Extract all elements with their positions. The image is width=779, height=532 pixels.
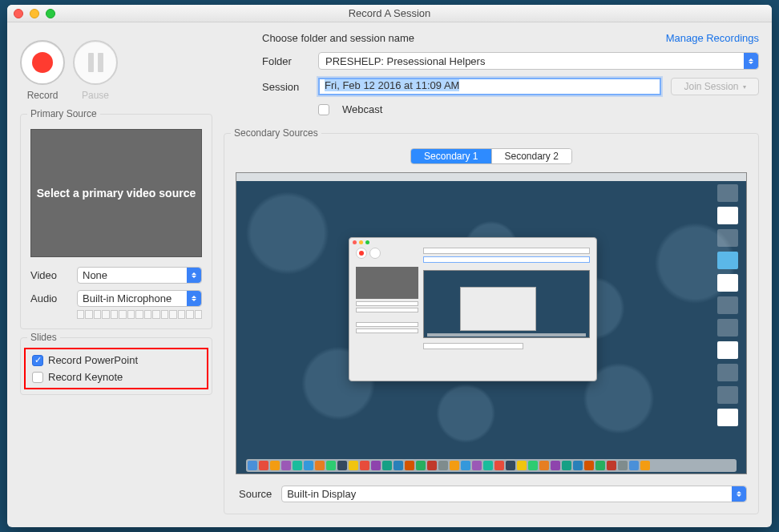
preview-menubar [236,173,746,181]
record-button[interactable] [20,40,65,85]
source-value: Built-in Display [287,488,356,500]
record-controls: Record Pause [20,32,212,106]
primary-source-group: Primary Source Select a primary video so… [20,114,212,329]
instruction-label: Choose folder and session name [262,32,414,44]
webcast-checkbox[interactable] [318,104,329,115]
session-input[interactable]: Fri, Feb 12 2016 at 11:09 AM [318,78,661,95]
video-label: Video [30,269,69,281]
record-powerpoint-checkbox[interactable] [32,355,43,366]
video-select[interactable]: None [77,267,202,284]
join-session-label: Join Session [684,81,738,92]
record-keynote-label: Record Keynote [48,371,123,383]
chevron-updown-icon [187,291,201,306]
preview-desktop-icons [717,184,743,462]
secondary-preview [236,172,747,474]
chevron-updown-icon [187,268,201,283]
secondary-sources-group: Secondary Sources Secondary 1 Secondary … [224,133,759,514]
preview-dock [246,459,737,472]
secondary-tabs: Secondary 1 Secondary 2 [410,148,572,164]
slides-legend: Slides [27,332,60,343]
preview-nested-window [349,237,597,381]
chevron-updown-icon [744,53,758,69]
source-label: Source [239,488,272,500]
secondary-legend: Secondary Sources [231,127,321,139]
source-select[interactable]: Built-in Display [281,486,747,502]
primary-preview[interactable]: Select a primary video source [30,129,202,257]
pause-button[interactable] [73,40,118,85]
pause-label: Pause [73,90,118,101]
window-title: Record A Session [7,7,772,19]
slides-group: Slides Record PowerPoint Record Keynote [20,337,212,395]
folder-label: Folder [262,55,309,67]
tab-secondary-2[interactable]: Secondary 2 [491,149,571,163]
primary-placeholder: Select a primary video source [37,187,196,200]
record-powerpoint-label: Record PowerPoint [48,354,138,366]
audio-select[interactable]: Built-in Microphone [77,290,202,307]
audio-level-meter [77,310,202,319]
record-label: Record [20,90,65,101]
tab-secondary-1[interactable]: Secondary 1 [411,149,490,163]
record-dot-icon [32,52,53,73]
video-value: None [83,269,107,281]
manage-recordings-link[interactable]: Manage Recordings [666,32,759,44]
session-value: Fri, Feb 12 2016 at 11:09 AM [325,79,459,91]
folder-value: PRESHELP: Presessional Helpers [325,55,485,67]
chevron-updown-icon [732,486,746,502]
audio-label: Audio [30,292,69,304]
main-window: Record A Session Record Pause Primary So… [7,5,772,527]
chevron-down-icon: ▾ [743,83,746,91]
folder-select[interactable]: PRESHELP: Presessional Helpers [318,52,759,70]
record-keynote-checkbox[interactable] [32,372,43,383]
annotation-highlight: Record PowerPoint Record Keynote [24,348,208,389]
titlebar: Record A Session [7,5,772,22]
primary-legend: Primary Source [27,108,100,119]
pause-icon [88,53,103,72]
webcast-label: Webcast [342,103,382,115]
join-session-button: Join Session ▾ [671,78,759,95]
session-label: Session [262,81,309,93]
audio-value: Built-in Microphone [83,292,172,304]
